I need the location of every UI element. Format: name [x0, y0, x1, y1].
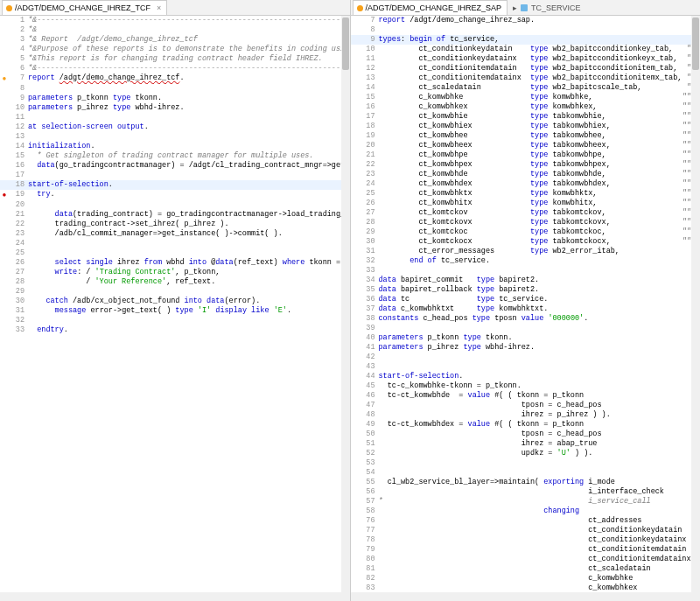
- line-content[interactable]: ct_conditionitemdatainx type wb2_bapitcc…: [379, 73, 701, 83]
- line-content[interactable]: parameters p_ihrez type wbhd-ihrez.: [28, 103, 350, 113]
- code-line[interactable]: 9parameters p_tkonn type tkonn.: [0, 94, 350, 103]
- code-line[interactable]: 46 tc-ct_komwbhde = value #( ( tkonn = p…: [351, 391, 701, 401]
- code-line[interactable]: ●7report /adgt/demo_change_ihrez_tcf.: [0, 73, 350, 84]
- tab-left[interactable]: /ADGT/DEMO_CHANGE_IHREZ_TCF ×: [2, 0, 167, 15]
- line-content[interactable]: [379, 266, 701, 276]
- code-line[interactable]: 23 ct_komwbhde type tabkomwbhde, "" busi…: [351, 170, 701, 179]
- code-line[interactable]: 13: [0, 132, 350, 142]
- code-line[interactable]: 4*&Purpose of these reports is to demons…: [0, 45, 350, 54]
- code-line[interactable]: 36data tc type tc_service.: [351, 295, 701, 304]
- code-line[interactable]: 32: [0, 316, 350, 325]
- code-line[interactable]: 28 ct_komtckovx type tabkomtckovx, "" co…: [351, 218, 701, 227]
- line-content[interactable]: ct_error_messages type wb2_error_itab,: [379, 247, 701, 256]
- line-content[interactable]: select single ihrez from wbhd into @data…: [28, 258, 350, 268]
- line-content[interactable]: tc-c_komwbhke-tkonn = p_tkonn.: [379, 381, 701, 391]
- line-content[interactable]: report /adgt/demo_change_ihrez_tcf.: [28, 73, 350, 84]
- line-content[interactable]: * i_service_call = 'X'[]: [379, 497, 701, 507]
- code-line[interactable]: 13 ct_conditionitemdatainx type wb2_bapi…: [351, 73, 701, 83]
- code-line[interactable]: 57* i_service_call = 'X'[]: [351, 497, 701, 507]
- line-content[interactable]: [379, 353, 701, 362]
- line-content[interactable]: ct_komwbhpex type tabkomwbhpex, "" conto…: [379, 160, 701, 170]
- code-line[interactable]: 33 endtry.: [0, 325, 350, 335]
- code-line[interactable]: 11: [0, 113, 350, 122]
- close-icon[interactable]: ×: [157, 3, 161, 12]
- code-line[interactable]: 77 ct_conditionkeydatain = tc-ct_conditi…: [351, 526, 701, 535]
- code-line[interactable]: 24 ct_komwbhdex type tabkomwbhdex, "" co…: [351, 179, 701, 189]
- code-line[interactable]: 12 ct_conditionitemdatain type wb2_bapit…: [351, 64, 701, 73]
- code-line[interactable]: 39: [351, 324, 701, 333]
- code-line[interactable]: 30 ct_komtckocx type tabkomtckocx, "" co…: [351, 237, 701, 247]
- code-line[interactable]: 42: [351, 353, 701, 362]
- code-line[interactable]: 18start-of-selection.: [0, 180, 350, 190]
- code-line[interactable]: 26 select single ihrez from wbhd into @d…: [0, 258, 350, 268]
- line-content[interactable]: [28, 239, 350, 248]
- code-line[interactable]: 50 tposn = c_head_pos: [351, 430, 701, 439]
- line-content[interactable]: *&This report is for changing trading co…: [28, 54, 350, 64]
- code-line[interactable]: 10parameters p_ihrez type wbhd-ihrez.: [0, 103, 350, 113]
- line-content[interactable]: ct_conditionkeydatainx = tc-ct_condition…: [379, 535, 701, 545]
- line-content[interactable]: types: begin of tc_service,: [379, 35, 701, 45]
- scrollbar-vertical[interactable]: [341, 16, 350, 601]
- code-line[interactable]: 3*& Report /adgt/demo_change_ihrez_tcf: [0, 35, 350, 45]
- line-content[interactable]: [28, 132, 350, 142]
- breadcrumb[interactable]: ▸ TC_SERVICE: [509, 3, 584, 13]
- line-content[interactable]: c_komwbhke type komwbhke, "" header: [379, 93, 701, 102]
- code-line[interactable]: 31 message error->get_text( ) type 'I' d…: [0, 306, 350, 316]
- line-content[interactable]: message error->get_text( ) type 'I' disp…: [28, 306, 350, 316]
- code-line[interactable]: 44start-of-selection.: [351, 372, 701, 381]
- line-content[interactable]: ct_komtckocx type tabkomtckocx, "" contr…: [379, 237, 701, 247]
- code-line[interactable]: 33: [351, 266, 701, 276]
- code-line[interactable]: 21 ct_komwbhpe type tabkomwbhpe, "" part…: [351, 150, 701, 160]
- line-content[interactable]: initialization.: [28, 142, 350, 151]
- code-line[interactable]: 25 ct_komwbhktx type komwbhktx, "" text …: [351, 189, 701, 199]
- code-line[interactable]: 1*&-------------------------------------…: [0, 16, 350, 25]
- code-line[interactable]: 2*&: [0, 25, 350, 35]
- code-line[interactable]: 15 c_komwbhke type komwbhke, "" header: [351, 93, 701, 102]
- line-content[interactable]: ct_conditionkeydatain = tc-ct_conditionk…: [379, 526, 701, 535]
- line-content[interactable]: ct_addresses =: [379, 516, 701, 526]
- code-line[interactable]: 51 ihrez = abap_true: [351, 439, 701, 449]
- code-line[interactable]: 58 changing: [351, 507, 701, 516]
- line-content[interactable]: constants c_head_pos type tposn value '0…: [379, 314, 701, 324]
- code-line[interactable]: 10 ct_conditionkeydatain type wb2_bapitc…: [351, 45, 701, 54]
- code-line[interactable]: 35data bapiret_rollback type bapiret2.: [351, 285, 701, 295]
- code-line[interactable]: 37data c_komwbhktxt type komwbhktxt.: [351, 304, 701, 314]
- code-line[interactable]: 48 ihrez = p_ihrez ) ).: [351, 410, 701, 420]
- line-content[interactable]: ct_conditionitemdatain type wb2_bapitcco…: [379, 64, 701, 73]
- line-content[interactable]: [28, 200, 350, 210]
- code-line[interactable]: 81 ct_scaledatain = tc-ct_scaledatain: [351, 564, 701, 574]
- line-content[interactable]: / 'Your Reference', ref_text.: [28, 277, 350, 287]
- code-line[interactable]: 82 c_komwbhke = tc-c_komwbhke: [351, 574, 701, 584]
- line-content[interactable]: [379, 468, 701, 478]
- line-content[interactable]: *&--------------------------------------…: [28, 64, 350, 73]
- line-content[interactable]: *& Report /adgt/demo_change_ihrez_tcf: [28, 35, 350, 45]
- line-content[interactable]: [379, 362, 701, 372]
- code-line[interactable]: 27 write: / 'Trading Contract', p_tkonn,: [0, 268, 350, 277]
- code-line[interactable]: 29: [0, 287, 350, 297]
- code-line[interactable]: 11 ct_conditionkeydatainx type wb2_bapit…: [351, 54, 701, 64]
- code-line[interactable]: 79 ct_conditionitemdatain = tc-ct_condit…: [351, 545, 701, 555]
- code-line[interactable]: 31 ct_error_messages type wb2_error_itab…: [351, 247, 701, 256]
- code-line[interactable]: ●19 try.: [0, 190, 350, 200]
- code-line[interactable]: 30 catch /adb/cx_object_not_found into d…: [0, 297, 350, 306]
- tab-right[interactable]: /ADGT/DEMO_CHANGE_IHREZ_SAP: [353, 0, 508, 15]
- code-line[interactable]: 40parameters p_tkonn type tkonn.: [351, 333, 701, 343]
- code-line[interactable]: 8: [351, 25, 701, 35]
- code-line[interactable]: 6*&-------------------------------------…: [0, 64, 350, 73]
- code-line[interactable]: 29 ct_komtckoc type tabkomtckoc, "" Cond…: [351, 227, 701, 237]
- line-content[interactable]: data tc type tc_service.: [379, 295, 701, 304]
- code-line[interactable]: 17: [0, 171, 350, 180]
- code-line[interactable]: 23 /adb/cl_commit_manager=>get_instance(…: [0, 229, 350, 239]
- line-content[interactable]: ct_komwbhktx type komwbhktx, "" text hea…: [379, 189, 701, 199]
- code-line[interactable]: 76 ct_addresses =: [351, 516, 701, 526]
- code-line[interactable]: 80 ct_conditionitemdatainx = tc-ct_condi…: [351, 555, 701, 564]
- code-line[interactable]: 20 ct_komwbheex type tabkomwbheex, "" co…: [351, 141, 701, 150]
- line-content[interactable]: ct_conditionkeydatain type wb2_bapitccon…: [379, 45, 701, 54]
- code-line[interactable]: 34data bapiret_commit type bapiret2.: [351, 276, 701, 285]
- line-content[interactable]: *&Purpose of these reports is to demonst…: [28, 45, 350, 54]
- line-content[interactable]: ct_komwbhee type tabkomwbhee, "" schedul…: [379, 131, 701, 141]
- line-content[interactable]: *&--------------------------------------…: [28, 16, 350, 25]
- code-line[interactable]: 25: [0, 248, 350, 258]
- line-content[interactable]: i_interface_check = abap_false: [379, 487, 701, 497]
- line-content[interactable]: tposn = c_head_pos: [379, 401, 701, 410]
